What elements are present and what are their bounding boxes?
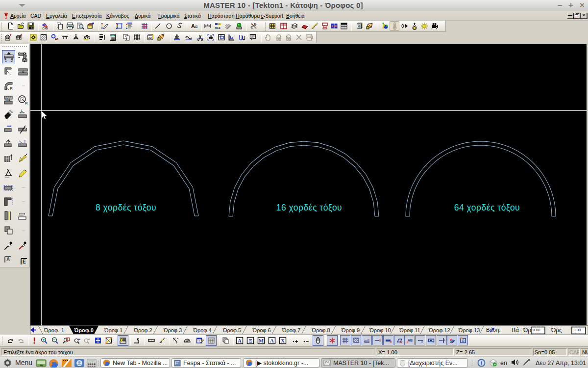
svg-text:3D: 3D [357,25,361,28]
svg-text:Όροφ.3: Όροφ.3 [163,327,182,333]
svg-text:Όροφ.0: Όροφ.0 [74,327,94,333]
svg-text:Λ: Λ [270,338,274,343]
svg-text:lamp: lamp [237,27,242,29]
svg-text:3D: 3D [148,36,152,39]
svg-text:d: d [5,98,7,101]
svg-text:A: A [191,23,195,29]
svg-text:AB: AB [408,339,413,342]
svg-text:8 χορδές τόξου: 8 χορδές τόξου [96,203,156,212]
svg-text:Όροφ.6: Όροφ.6 [252,327,270,333]
svg-text:Όροφ.4: Όροφ.4 [193,327,211,333]
svg-text:BLE: BLE [215,26,220,29]
svg-text:Όροφ.-1: Όροφ.-1 [44,327,64,333]
svg-text:3.00: 3.00 [573,328,581,332]
svg-text:Ω: Ω [462,339,464,342]
svg-text:Όροφ.2: Όροφ.2 [133,327,152,333]
svg-text:A: A [6,257,10,262]
svg-text:ΔK: ΔK [55,37,58,40]
svg-text:E: E [23,259,26,264]
svg-text:X: X [281,338,285,343]
svg-text:Όροφ.10: Όροφ.10 [369,327,391,333]
svg-text:A: A [238,338,242,343]
svg-text:M: M [259,338,264,343]
svg-text:Όρ: Όρ [523,327,531,334]
svg-text:Ξ: Ξ [248,338,252,343]
svg-text:0.00: 0.00 [533,328,540,332]
svg-text:R: R [10,86,13,91]
svg-text:Όροφ.1: Όροφ.1 [104,327,122,333]
svg-text:Βά: Βά [512,327,519,334]
svg-text:α: α [195,24,197,29]
svg-text:R: R [25,101,28,105]
svg-text:Όροφ.7: Όροφ.7 [282,327,300,333]
svg-text:Όροφ.12: Όροφ.12 [428,327,450,333]
svg-text:16 χορδές τόξου: 16 χορδές τόξου [276,203,342,212]
svg-text:T: T [24,139,26,144]
svg-text:Όροφ.13: Όροφ.13 [458,327,480,333]
svg-text:64 χορδές τόξου: 64 χορδές τόξου [454,203,520,212]
svg-text:Όροφ.5: Όροφ.5 [222,327,241,333]
svg-text:Όροφ.9: Όροφ.9 [341,327,360,333]
svg-text:Όρς: Όρς [551,327,562,334]
svg-text:L: L [21,109,23,112]
svg-text:CAD: CAD [43,27,48,30]
svg-text:Όροφ.8: Όροφ.8 [311,327,330,333]
svg-text:Όροφ.11: Όροφ.11 [399,327,420,333]
svg-text:d: d [22,69,24,74]
svg-text:i: i [481,360,482,366]
